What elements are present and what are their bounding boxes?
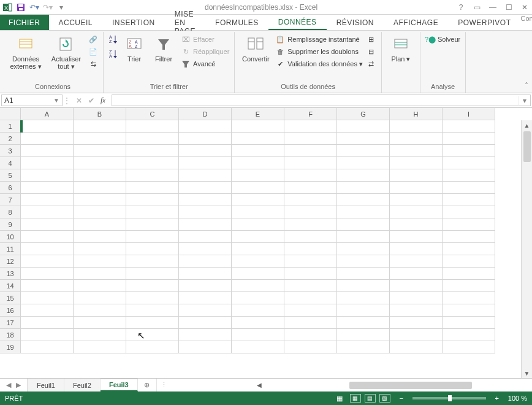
cell[interactable] <box>74 157 126 169</box>
horizontal-scrollbar[interactable]: ◀ ▶ <box>171 380 528 390</box>
col-header[interactable]: E <box>232 108 284 120</box>
cell[interactable] <box>284 133 337 145</box>
cell[interactable] <box>21 157 74 169</box>
cell[interactable] <box>232 145 284 157</box>
cell[interactable] <box>284 231 337 243</box>
cell[interactable] <box>284 194 337 206</box>
tab-revision[interactable]: RÉVISION <box>327 15 384 30</box>
cell[interactable] <box>74 304 126 317</box>
cell[interactable] <box>74 255 126 268</box>
cell[interactable] <box>337 317 390 329</box>
cell[interactable] <box>21 255 74 268</box>
cell[interactable] <box>337 304 390 317</box>
cell[interactable] <box>443 157 495 169</box>
cell[interactable] <box>126 304 179 317</box>
advanced-filter-button[interactable]: Avancé <box>181 59 229 69</box>
cell[interactable] <box>74 292 126 304</box>
cell[interactable] <box>126 120 179 133</box>
cell[interactable] <box>284 255 337 268</box>
cell[interactable] <box>443 317 495 329</box>
cell[interactable] <box>126 243 179 255</box>
sort-asc-button[interactable]: AZ <box>108 34 118 44</box>
cell[interactable] <box>337 280 390 292</box>
cell[interactable] <box>74 341 126 353</box>
cell[interactable] <box>443 280 495 292</box>
remove-duplicates-button[interactable]: 🗑Supprimer les doublons <box>275 47 363 56</box>
cell[interactable] <box>390 157 443 169</box>
cell[interactable] <box>284 157 337 169</box>
cell[interactable] <box>284 120 337 133</box>
cell[interactable] <box>74 194 126 206</box>
cell[interactable] <box>126 218 179 231</box>
tab-file[interactable]: FICHIER <box>0 15 49 30</box>
external-data-button[interactable]: Données externes ▾ <box>7 34 44 71</box>
cell[interactable] <box>126 255 179 268</box>
row-header[interactable]: 17 <box>0 317 21 329</box>
clear-filter-button[interactable]: ⌧Effacer <box>181 34 229 44</box>
cell[interactable] <box>232 292 284 304</box>
row-header[interactable]: 10 <box>0 231 21 243</box>
cell[interactable] <box>443 145 495 157</box>
cell[interactable] <box>21 341 74 353</box>
cell[interactable] <box>337 218 390 231</box>
cell[interactable] <box>74 218 126 231</box>
cell[interactable] <box>443 329 495 341</box>
cell[interactable] <box>126 133 179 145</box>
cell[interactable] <box>284 206 337 218</box>
cell[interactable] <box>390 304 443 317</box>
sheet-tab-feuil2[interactable]: Feuil2 <box>64 379 101 392</box>
cell[interactable] <box>179 292 232 304</box>
cell[interactable] <box>74 120 126 133</box>
tab-affichage[interactable]: AFFICHAGE <box>384 15 448 30</box>
cell[interactable] <box>443 292 495 304</box>
cell[interactable] <box>390 145 443 157</box>
cell[interactable] <box>74 206 126 218</box>
cell[interactable] <box>126 145 179 157</box>
cell[interactable] <box>284 280 337 292</box>
cell[interactable] <box>390 329 443 341</box>
cell[interactable] <box>179 218 232 231</box>
cell[interactable] <box>232 218 284 231</box>
cancel-formula-icon[interactable]: ✕ <box>76 96 82 105</box>
relationships-button[interactable]: ⇄ <box>367 59 376 69</box>
scroll-down-icon[interactable]: ▼ <box>522 368 532 378</box>
cell[interactable] <box>337 194 390 206</box>
qat-customize-icon[interactable]: ▾ <box>56 2 66 12</box>
cell[interactable] <box>179 206 232 218</box>
hscroll-thumb[interactable] <box>349 382 472 389</box>
cell[interactable] <box>284 341 337 353</box>
tab-split-handle-icon[interactable]: ⋮ <box>161 381 167 389</box>
cell[interactable] <box>21 280 74 292</box>
scroll-left-icon[interactable]: ◀ <box>171 380 348 390</box>
cell[interactable] <box>284 243 337 255</box>
cell[interactable] <box>390 194 443 206</box>
cell[interactable] <box>232 280 284 292</box>
cell[interactable] <box>443 120 495 133</box>
tab-accueil[interactable]: ACCUEIL <box>49 15 103 30</box>
scroll-up-icon[interactable]: ▲ <box>522 120 532 130</box>
refresh-all-button[interactable]: Actualiser tout ▾ <box>48 34 85 71</box>
cell[interactable] <box>390 255 443 268</box>
properties-button[interactable]: 📄 <box>88 47 98 56</box>
cell[interactable] <box>232 231 284 243</box>
cell[interactable] <box>390 280 443 292</box>
cell[interactable] <box>21 194 74 206</box>
cell[interactable] <box>390 169 443 182</box>
cell[interactable] <box>74 243 126 255</box>
tab-insertion[interactable]: INSERTION <box>102 15 165 30</box>
cell[interactable] <box>390 268 443 280</box>
zoom-slider[interactable] <box>412 397 486 399</box>
row-header[interactable]: 5 <box>0 169 21 182</box>
sheet-nav-prev-icon[interactable]: ◀ <box>6 381 11 389</box>
cell[interactable] <box>21 304 74 317</box>
insert-function-icon[interactable]: fx <box>101 96 105 105</box>
zoom-thumb[interactable] <box>448 395 452 401</box>
col-header[interactable]: H <box>390 108 443 120</box>
row-header[interactable]: 2 <box>0 133 21 145</box>
save-icon[interactable] <box>16 2 26 12</box>
cell[interactable] <box>21 145 74 157</box>
cell[interactable] <box>74 133 126 145</box>
cell[interactable] <box>390 182 443 194</box>
cell[interactable] <box>232 255 284 268</box>
row-header[interactable]: 9 <box>0 218 21 231</box>
